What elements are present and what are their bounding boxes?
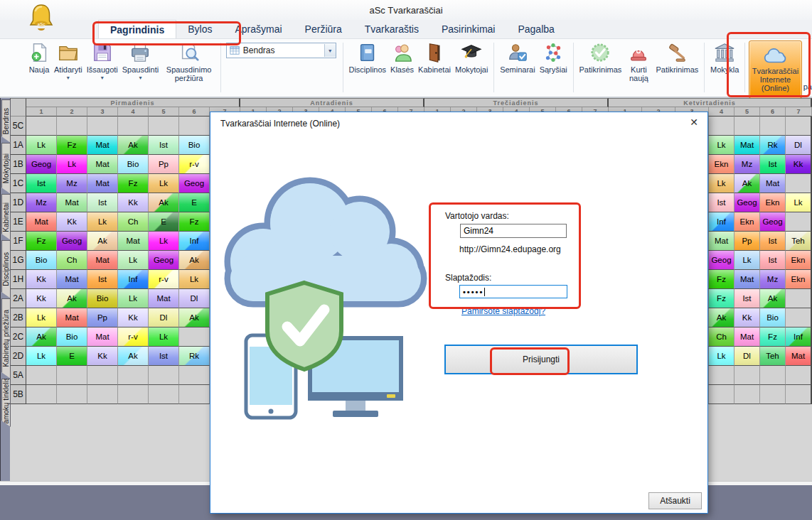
timetable-cell[interactable] bbox=[786, 117, 812, 136]
timetable-cell[interactable]: Teh bbox=[760, 347, 786, 366]
timetable-cell[interactable]: E bbox=[57, 347, 87, 366]
ribbon-button-spausdinti[interactable]: Spausdinti▾ bbox=[120, 41, 161, 81]
timetable-cell[interactable]: Mat bbox=[87, 155, 118, 174]
timetable-cell[interactable]: Ch bbox=[118, 212, 149, 232]
timetable-cell[interactable]: Lk bbox=[734, 251, 760, 270]
timetable-cell[interactable]: r-v bbox=[179, 155, 210, 174]
timetable-cell[interactable]: Ekn bbox=[786, 251, 812, 270]
timetable-cell[interactable] bbox=[118, 117, 149, 136]
timetable-cell[interactable] bbox=[709, 385, 734, 404]
timetable-cell[interactable]: Fz bbox=[760, 327, 786, 347]
timetable-cell[interactable] bbox=[734, 366, 760, 385]
timetable-cell[interactable] bbox=[57, 117, 87, 136]
timetable-cell[interactable] bbox=[786, 308, 812, 327]
timetable-cell[interactable]: Dl bbox=[734, 347, 760, 366]
timetable-cell[interactable]: Ak bbox=[118, 136, 149, 155]
sidebar-tab-kabinetų-priežiūra[interactable]: Kabinetų priežiūra bbox=[1, 298, 11, 379]
timetable-cell[interactable]: Geog bbox=[760, 212, 786, 232]
close-icon[interactable]: ✕ bbox=[690, 117, 698, 128]
timetable-cell[interactable]: Ak bbox=[179, 308, 210, 327]
timetable-cell[interactable]: Kk bbox=[26, 289, 57, 308]
timetable-cell[interactable]: Lk bbox=[57, 155, 87, 174]
timetable-cell[interactable]: Lk bbox=[26, 347, 57, 366]
menu-tab-pasirinkimai[interactable]: Pasirinkimai bbox=[430, 20, 506, 38]
timetable-cell[interactable]: Teh bbox=[786, 232, 812, 251]
timetable-cell[interactable]: Mat bbox=[87, 174, 118, 193]
timetable-cell[interactable]: Lk bbox=[26, 136, 57, 155]
timetable-cell[interactable]: Inf bbox=[179, 232, 210, 251]
timetable-cell[interactable] bbox=[26, 366, 57, 385]
ribbon-button-nauja[interactable]: Nauja bbox=[26, 41, 52, 75]
timetable-cell[interactable]: Mat bbox=[149, 289, 179, 308]
timetable-cell[interactable] bbox=[786, 366, 812, 385]
timetable-cell[interactable]: Ak bbox=[87, 232, 118, 251]
timetable-cell[interactable]: Ekn bbox=[734, 212, 760, 232]
menu-tab-pagalba[interactable]: Pagalba bbox=[506, 20, 565, 38]
timetable-cell[interactable]: Lk bbox=[709, 136, 734, 155]
timetable-cell[interactable]: Inf bbox=[786, 327, 812, 347]
timetable-cell[interactable] bbox=[118, 385, 149, 404]
timetable-cell[interactable]: Lk bbox=[149, 327, 179, 347]
timetable-cell[interactable] bbox=[149, 366, 179, 385]
timetable-cell[interactable]: Kk bbox=[87, 347, 118, 366]
timetable-cell[interactable]: Pp bbox=[734, 232, 760, 251]
menu-tab-pagrindinis[interactable]: Pagrindinis bbox=[98, 20, 176, 38]
timetable-cell[interactable]: Lk bbox=[118, 251, 149, 270]
timetable-cell[interactable]: Lk bbox=[179, 270, 210, 289]
ribbon-button-kabinetai[interactable]: Kabinetai bbox=[416, 41, 453, 75]
ribbon-button-mokytojai[interactable]: Mokytojai bbox=[453, 41, 490, 75]
sidebar-tab-pamokų-tinklelis[interactable]: Pamokų tinklelis bbox=[1, 379, 11, 427]
menu-tab-peržiūra[interactable]: Peržiūra bbox=[294, 20, 353, 38]
timetable-cell[interactable]: Mz bbox=[760, 270, 786, 289]
timetable-cell[interactable] bbox=[709, 117, 734, 136]
timetable-cell[interactable]: Lk bbox=[149, 174, 179, 193]
timetable-cell[interactable]: Ak bbox=[179, 251, 210, 270]
timetable-cell[interactable]: Ist bbox=[760, 251, 786, 270]
ribbon-button-klasės[interactable]: Klasės bbox=[388, 41, 416, 75]
timetable-cell[interactable]: Ist bbox=[149, 136, 179, 155]
timetable-cell[interactable]: Lk bbox=[786, 193, 812, 212]
timetable-cell[interactable]: Ist bbox=[709, 193, 734, 212]
timetable-cell[interactable]: Kk bbox=[118, 193, 149, 212]
timetable-cell[interactable]: Kk bbox=[786, 155, 812, 174]
sidebar-tab-kabinetai[interactable]: Kabinetai bbox=[1, 194, 11, 240]
timetable-cell[interactable]: Fz bbox=[179, 212, 210, 232]
timetable-cell[interactable]: Dl bbox=[786, 136, 812, 155]
ribbon-button-išsaugoti[interactable]: Išsaugoti▾ bbox=[85, 41, 120, 81]
timetable-cell[interactable]: E bbox=[149, 212, 179, 232]
timetable-cell[interactable]: Geog bbox=[149, 251, 179, 270]
timetable-cell[interactable] bbox=[26, 385, 57, 404]
password-input[interactable]: ••••• bbox=[459, 285, 567, 298]
combo-dropdown-arrow-icon[interactable]: ▼ bbox=[324, 44, 336, 57]
timetable-cell[interactable]: Ist bbox=[87, 270, 118, 289]
timetable-cell[interactable] bbox=[149, 117, 179, 136]
timetable-cell[interactable]: Ist bbox=[760, 155, 786, 174]
timetable-cell[interactable] bbox=[786, 212, 812, 232]
timetable-cell[interactable]: Bio bbox=[57, 327, 87, 347]
timetable-cell[interactable] bbox=[786, 289, 812, 308]
timetable-cell[interactable]: Ak bbox=[118, 347, 149, 366]
timetable-cell[interactable]: Bio bbox=[87, 289, 118, 308]
timetable-cell[interactable]: Kk bbox=[57, 212, 87, 232]
timetable-cell[interactable]: Ch bbox=[709, 327, 734, 347]
timetable-cell[interactable]: Fz bbox=[26, 232, 57, 251]
timetable-cell[interactable]: Mat bbox=[118, 232, 149, 251]
ribbon-button-tvarkaraščiai-internete-online-[interactable]: Tvarkaraščiai Internete (Online) bbox=[749, 40, 802, 99]
timetable-cell[interactable]: Lk bbox=[118, 289, 149, 308]
timetable-cell[interactable]: E bbox=[179, 193, 210, 212]
timetable-cell[interactable]: Geog bbox=[709, 251, 734, 270]
timetable-cell[interactable] bbox=[760, 385, 786, 404]
menu-tab-aprašymai[interactable]: Aprašymai bbox=[223, 20, 293, 38]
ribbon-button-atidaryti[interactable]: Atidaryti▾ bbox=[52, 41, 85, 81]
timetable-cell[interactable]: Ekn bbox=[709, 155, 734, 174]
timetable-cell[interactable]: Geog bbox=[179, 174, 210, 193]
timetable-cell[interactable]: Ekn bbox=[760, 193, 786, 212]
timetable-cell[interactable]: Ist bbox=[760, 232, 786, 251]
timetable-cell[interactable]: r-v bbox=[118, 327, 149, 347]
username-input[interactable] bbox=[460, 224, 567, 238]
timetable-cell[interactable]: Lk bbox=[709, 347, 734, 366]
timetable-cell[interactable] bbox=[786, 174, 812, 193]
timetable-cell[interactable] bbox=[760, 117, 786, 136]
timetable-cell[interactable]: Mat bbox=[734, 136, 760, 155]
timetable-cell[interactable]: Dl bbox=[179, 289, 210, 308]
